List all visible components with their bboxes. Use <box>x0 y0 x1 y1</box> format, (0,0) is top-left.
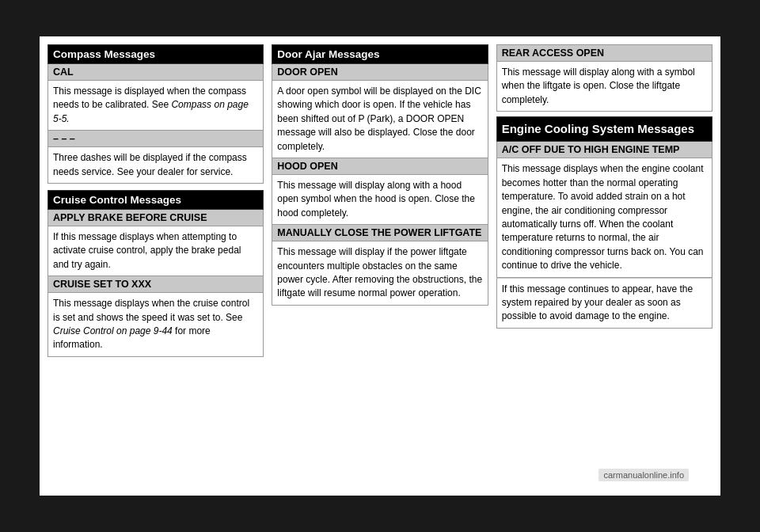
hood-open-body: This message will display along with a h… <box>272 175 488 225</box>
column-2: Door Ajar Messages DOOR OPEN A door open… <box>272 44 488 488</box>
rear-access-header: REAR ACCESS OPEN <box>496 44 712 62</box>
watermark: carmanualonline.info <box>598 469 689 481</box>
column-1: Compass Messages CAL This message is dis… <box>48 44 264 488</box>
rear-access-body: This message will display along with a s… <box>496 62 712 112</box>
cruise-control-header: Cruise Control Messages <box>48 190 264 210</box>
ac-off-body-1: This message displays when the engine co… <box>496 158 712 277</box>
cruise-set-header: CRUISE SET TO XXX <box>48 276 264 293</box>
door-ajar-header: Door Ajar Messages <box>272 44 488 64</box>
manually-close-header: MANUALLY CLOSE THE POWER LIFTGATE <box>272 225 488 241</box>
ac-off-header: A/C OFF DUE TO HIGH ENGINE TEMP <box>496 142 712 158</box>
dashes-header: – – – <box>48 131 264 147</box>
dashes-body: Three dashes will be displayed if the co… <box>48 147 264 184</box>
compass-messages-header: Compass Messages <box>48 44 264 64</box>
apply-brake-body: If this message displays when attempting… <box>48 226 264 276</box>
cal-body: This message is displayed when the compa… <box>48 81 264 131</box>
cal-header: CAL <box>48 64 264 81</box>
column-3: REAR ACCESS OPEN This message will displ… <box>496 44 712 488</box>
engine-cooling-header: Engine Cooling System Messages <box>496 116 712 142</box>
ac-off-body-2: If this message continues to appear, hav… <box>496 278 712 329</box>
apply-brake-header: APPLY BRAKE BEFORE CRUISE <box>48 210 264 226</box>
door-open-header: DOOR OPEN <box>272 64 488 81</box>
manually-close-body: This message will display if the power l… <box>272 241 488 306</box>
hood-open-header: HOOD OPEN <box>272 158 488 175</box>
cruise-set-body: This message displays when the cruise co… <box>48 293 264 357</box>
door-open-body: A door open symbol will be displayed on … <box>272 81 488 158</box>
